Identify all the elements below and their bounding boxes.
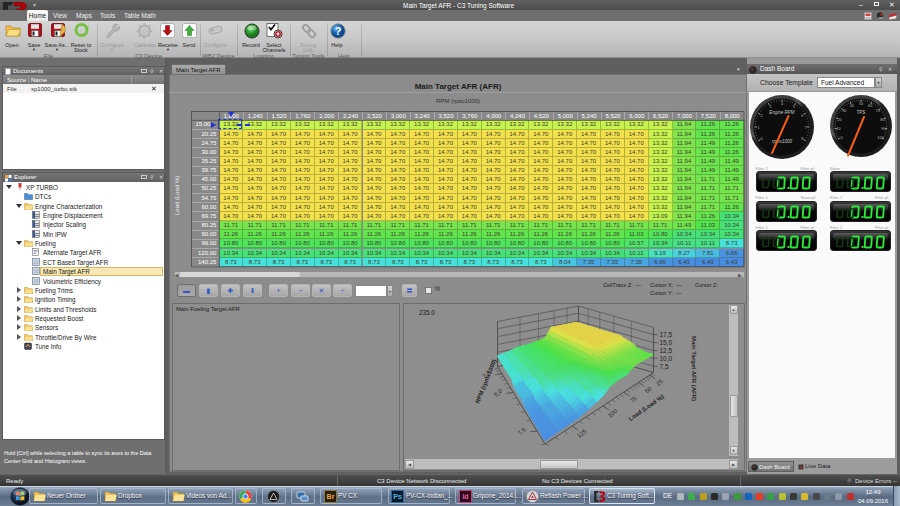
svg-text:5,0: 5,0 bbox=[493, 387, 504, 397]
svg-text:17,5: 17,5 bbox=[660, 331, 673, 338]
svg-text:60: 60 bbox=[868, 104, 872, 108]
svg-text:6: 6 bbox=[801, 114, 803, 118]
svg-text:20: 20 bbox=[837, 118, 841, 122]
svg-text:125: 125 bbox=[576, 428, 588, 439]
svg-text:10,0: 10,0 bbox=[660, 355, 673, 362]
svg-text:15,0: 15,0 bbox=[660, 339, 673, 346]
svg-text:50: 50 bbox=[644, 385, 653, 394]
svg-text:0: 0 bbox=[840, 136, 842, 140]
svg-text:rpmx1000: rpmx1000 bbox=[771, 139, 792, 144]
svg-text:10: 10 bbox=[836, 127, 840, 131]
svg-text:7: 7 bbox=[804, 126, 806, 130]
svg-text:100: 100 bbox=[607, 407, 619, 418]
svg-text:12,5: 12,5 bbox=[660, 347, 673, 354]
svg-text:50: 50 bbox=[859, 102, 863, 106]
svg-text:Engine RPM: Engine RPM bbox=[769, 110, 795, 115]
svg-text:70: 70 bbox=[876, 109, 880, 113]
svg-text:4: 4 bbox=[780, 102, 782, 106]
svg-text:90: 90 bbox=[881, 127, 885, 131]
svg-text:75: 75 bbox=[629, 395, 638, 404]
svg-text:30: 30 bbox=[842, 109, 846, 113]
svg-text:40: 40 bbox=[850, 104, 854, 108]
svg-text:Main Target AFR (AFR): Main Target AFR (AFR) bbox=[691, 336, 697, 401]
svg-text:?: ? bbox=[335, 25, 342, 37]
svg-text:100: 100 bbox=[877, 136, 883, 140]
svg-text:25: 25 bbox=[655, 378, 664, 387]
svg-text:2: 2 bbox=[760, 114, 762, 118]
svg-text:1: 1 bbox=[757, 126, 759, 130]
svg-text:RPM (rpmx1000): RPM (rpmx1000) bbox=[474, 358, 497, 404]
svg-text:5: 5 bbox=[792, 105, 794, 109]
svg-text:8: 8 bbox=[801, 137, 803, 141]
svg-text:3: 3 bbox=[769, 105, 771, 109]
svg-text:0: 0 bbox=[760, 137, 762, 141]
svg-text:TPS: TPS bbox=[857, 110, 866, 115]
svg-text:7,5: 7,5 bbox=[517, 426, 528, 436]
svg-text:80: 80 bbox=[880, 118, 884, 122]
svg-text:7,5: 7,5 bbox=[660, 363, 669, 370]
